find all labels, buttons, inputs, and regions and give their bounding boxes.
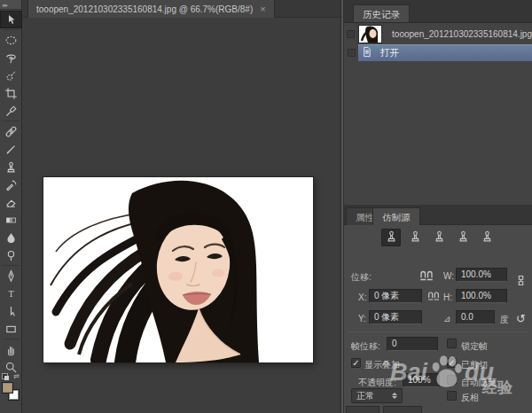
blend-mode-select[interactable]: 正常 xyxy=(351,388,403,403)
history-snapshot-row[interactable]: tooopen_201210302335160814.jpg xyxy=(344,23,532,44)
x-offset-field[interactable]: 0 像素 xyxy=(369,289,422,303)
width-label: W: xyxy=(443,271,454,281)
reset-transform-icon[interactable]: ↺ xyxy=(516,312,526,325)
photoshop-window: ▸▸ T ⇄ tooopen_201210302335160814.jpg @ … xyxy=(0,0,532,413)
tool-separator xyxy=(3,339,20,339)
blend-mode-value: 正常 xyxy=(356,390,374,402)
degree-label: 度 xyxy=(500,314,509,326)
tool-type[interactable]: T xyxy=(0,284,22,302)
tool-quick-select[interactable] xyxy=(0,66,22,84)
tab-clone-source[interactable]: 仿制源 xyxy=(372,207,420,225)
dodge-icon xyxy=(4,249,18,262)
y-offset-field[interactable]: 0 像素 xyxy=(369,310,422,324)
bottom-panel-tab-2[interactable] xyxy=(383,406,422,413)
tool-dodge[interactable] xyxy=(0,246,22,264)
frame-offset-field[interactable]: 0 xyxy=(387,337,438,351)
eraser-icon xyxy=(4,196,18,209)
tool-lasso[interactable] xyxy=(0,49,22,66)
document-tab-bar: tooopen_201210302335160814.jpg @ 66.7%(R… xyxy=(23,0,340,18)
right-panel: 历史记录 tooopen_201210302335160814.jpg xyxy=(344,0,532,413)
tool-gradient[interactable] xyxy=(0,211,22,229)
tab-history[interactable]: 历史记录 xyxy=(353,4,410,22)
swap-colors-icon[interactable]: ⇄ xyxy=(13,372,20,381)
section-divider xyxy=(348,331,528,332)
brush-icon xyxy=(4,143,18,156)
invert-label: 反相 xyxy=(461,392,479,404)
tool-list: T xyxy=(0,11,22,376)
tool-eraser[interactable] xyxy=(0,193,22,211)
history-panel: tooopen_201210302335160814.jpg 打开 xyxy=(344,23,532,205)
tool-history-brush[interactable] xyxy=(0,175,22,193)
tool-eyedropper[interactable] xyxy=(0,102,22,120)
clone-stamp-icon xyxy=(481,230,494,246)
svg-text:T: T xyxy=(8,289,13,299)
tool-healing-brush[interactable] xyxy=(0,122,22,140)
tool-palette: ▸▸ T ⇄ xyxy=(0,0,22,413)
clone-stamp-icon xyxy=(433,230,446,246)
history-state-source-well[interactable] xyxy=(344,44,358,61)
width-field[interactable]: 100.0% xyxy=(456,268,507,282)
clone-source-slot-1[interactable] xyxy=(381,229,401,246)
flip-horizontal-icon[interactable] xyxy=(419,268,434,284)
tool-hand[interactable] xyxy=(0,340,22,358)
lock-frame-label: 锁定帧 xyxy=(461,340,488,353)
tool-blur[interactable] xyxy=(0,229,22,246)
close-icon[interactable]: × xyxy=(260,4,265,14)
clone-source-panel-group: 属性 仿制源 位移: W: 100.0% X: 0 像素 H: 100.0% Y… xyxy=(344,205,532,413)
auto-hide-checkbox[interactable] xyxy=(447,375,457,385)
bottom-panel-tab-1[interactable] xyxy=(346,406,379,413)
clone-stamp-icon xyxy=(457,230,470,246)
healing-brush-icon xyxy=(4,125,18,138)
canvas-area[interactable] xyxy=(23,18,340,413)
tool-pen[interactable] xyxy=(0,267,22,284)
flip-vertical-icon[interactable] xyxy=(426,289,441,303)
angle-icon: ⊿ xyxy=(443,314,450,323)
history-state-row[interactable]: 打开 xyxy=(344,44,532,61)
toolbar-collapse-icon[interactable]: ▸▸ xyxy=(0,0,21,10)
height-label: H: xyxy=(443,292,452,302)
history-state-selected[interactable]: 打开 xyxy=(358,44,532,61)
clone-source-slots xyxy=(381,229,497,246)
default-colors-icon[interactable] xyxy=(2,373,8,379)
document-image[interactable] xyxy=(43,177,313,362)
show-overlay-checkbox[interactable]: ✓ xyxy=(351,358,361,368)
clone-source-slot-4[interactable] xyxy=(453,229,473,246)
tool-separator xyxy=(3,29,20,30)
x-label: X: xyxy=(358,292,366,302)
tool-move[interactable] xyxy=(0,11,22,28)
type-icon: T xyxy=(4,287,18,300)
auto-hide-label: 自动隐藏 xyxy=(461,377,497,389)
history-panel-header: 历史记录 xyxy=(344,0,532,23)
clipped-checkbox[interactable]: ✓ xyxy=(447,358,457,368)
link-wh-icon[interactable] xyxy=(514,274,528,287)
tool-marquee[interactable] xyxy=(0,31,22,49)
tool-separator xyxy=(3,121,20,121)
lock-frame-checkbox[interactable] xyxy=(447,339,457,348)
tool-clone-stamp[interactable] xyxy=(0,158,22,175)
history-brush-icon xyxy=(4,178,18,191)
clone-stamp-icon xyxy=(409,230,422,246)
blur-icon xyxy=(4,231,18,245)
clone-source-content: 位移: W: 100.0% X: 0 像素 H: 100.0% Y: 0 像素 … xyxy=(344,225,532,413)
history-source-well[interactable] xyxy=(344,23,357,44)
tool-crop[interactable] xyxy=(0,84,22,102)
height-field[interactable]: 100.0% xyxy=(456,289,507,303)
document-tab[interactable]: tooopen_201210302335160814.jpg @ 66.7%(R… xyxy=(27,0,275,18)
clone-source-slot-3[interactable] xyxy=(429,229,449,246)
gradient-icon xyxy=(4,214,18,227)
foreground-color-swatch[interactable] xyxy=(2,382,13,394)
tool-path-select[interactable] xyxy=(0,302,22,320)
tool-brush[interactable] xyxy=(0,140,22,158)
angle-field[interactable]: 0.0 xyxy=(456,310,495,324)
hand-icon xyxy=(4,343,18,356)
clone-stamp-icon xyxy=(4,160,18,174)
clone-source-slot-2[interactable] xyxy=(405,229,425,246)
invert-checkbox[interactable] xyxy=(447,391,457,401)
tool-separator xyxy=(3,265,20,266)
opacity-field[interactable]: 100% xyxy=(403,373,440,387)
crop-icon xyxy=(4,87,18,100)
document-tab-title: tooopen_201210302335160814.jpg @ 66.7%(R… xyxy=(36,4,253,14)
tool-shape[interactable] xyxy=(0,320,22,338)
lasso-icon xyxy=(4,51,18,65)
clone-source-slot-5[interactable] xyxy=(477,229,497,246)
